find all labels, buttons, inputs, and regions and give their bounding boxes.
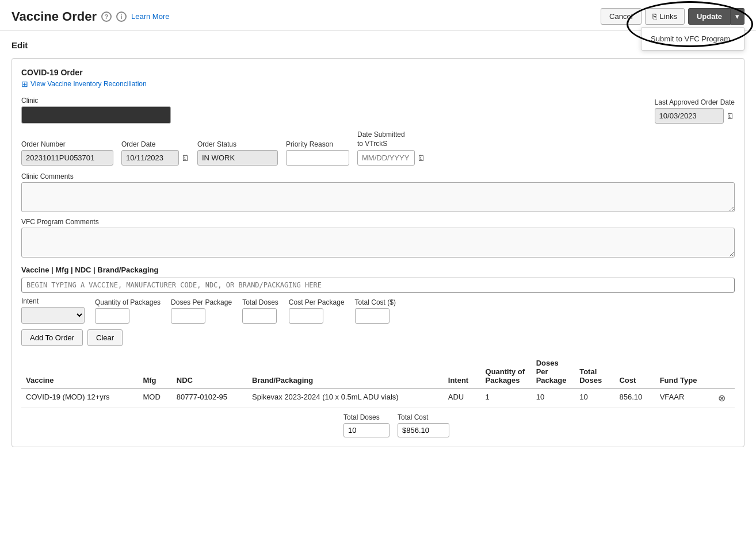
learn-more-link[interactable]: Learn More [131, 12, 169, 21]
page-title: Vaccine Order [12, 9, 97, 24]
vfc-comments-group: VFC Program Comments [21, 218, 735, 258]
clinic-comments-label: Clinic Comments [21, 172, 735, 180]
cell-remove[interactable]: ⊗ [713, 389, 735, 408]
total-cost-add-group: Total Cost ($) [355, 298, 396, 324]
doses-per-pkg-group: Doses Per Package [171, 298, 232, 324]
cost-per-pkg-group: Cost Per Package [289, 298, 345, 324]
cell-vaccine: COVID-19 (MOD) 12+yrs [21, 389, 138, 408]
update-button[interactable]: Update [688, 8, 731, 25]
date-submitted-input[interactable] [357, 150, 415, 166]
total-cost-group: Total Cost [398, 413, 449, 437]
cell-mfg: MOD [138, 389, 171, 408]
cost-per-pkg-label: Cost Per Package [289, 298, 345, 306]
vfc-comments-textarea[interactable] [21, 228, 735, 258]
clinic-input[interactable] [21, 106, 171, 124]
total-cost-add-label: Total Cost ($) [355, 298, 396, 306]
col-total-doses: Total Doses [575, 355, 614, 389]
cancel-button[interactable]: Cancel [601, 8, 641, 25]
priority-reason-group: Priority Reason [286, 140, 349, 166]
last-approved-group: Last Approved Order Date 🗓 [655, 98, 735, 124]
col-cost: Cost [614, 355, 655, 389]
totals-row: Total Doses Total Cost [343, 413, 735, 437]
col-mfg: Mfg [138, 355, 171, 389]
cell-doses-per-pkg: 10 [532, 389, 575, 408]
order-date-group: Order Date 🗓 [121, 140, 189, 166]
cell-qty: 1 [481, 389, 532, 408]
cell-brand: Spikevax 2023-2024 (10 x 0.5mL ADU vials… [247, 389, 444, 408]
date-submitted-calendar-icon[interactable]: 🗓 [417, 153, 425, 163]
col-intent: Intent [444, 355, 481, 389]
order-date-calendar-icon[interactable]: 🗓 [181, 153, 189, 163]
edit-section-label: Edit [12, 40, 744, 50]
form-card: COVID-19 Order ⊞ View Vaccine Inventory … [12, 58, 744, 447]
links-icon: ⎘ [652, 12, 657, 21]
last-approved-input [655, 108, 724, 124]
order-status-label: Order Status [197, 140, 278, 148]
add-to-order-button[interactable]: Add To Order [21, 329, 83, 346]
order-status-input [197, 150, 278, 166]
submit-vfc-item[interactable]: Submit to VFC Program [642, 30, 744, 48]
order-status-group: Order Status [197, 140, 278, 166]
order-number-group: Order Number [21, 140, 113, 166]
intent-qty-row: Intent Quantity of Packages Doses Per Pa… [21, 297, 735, 324]
qty-packages-input[interactable] [95, 308, 129, 324]
cost-per-pkg-input [289, 308, 323, 324]
order-date-label: Order Date [121, 140, 189, 148]
date-submitted-group: Date Submitted to VTrckS 🗓 [357, 130, 425, 166]
total-doses-group: Total Doses [343, 413, 390, 437]
total-cost-value [398, 423, 449, 437]
qty-packages-group: Quantity of Packages [95, 298, 161, 324]
order-date-input [121, 150, 179, 166]
cell-cost: 856.10 [614, 389, 655, 408]
plus-icon: ⊞ [21, 79, 28, 89]
qty-packages-label: Quantity of Packages [95, 298, 161, 306]
date-submitted-label: Date Submitted to VTrckS [357, 130, 425, 148]
update-dropdown-menu: Submit to VFC Program [641, 27, 744, 51]
last-approved-calendar-icon[interactable]: 🗓 [726, 112, 734, 121]
clinic-comments-group: Clinic Comments [21, 172, 735, 212]
order-details-row: Order Number Order Date 🗓 Order Status P… [21, 130, 735, 166]
clear-button[interactable]: Clear [87, 329, 123, 346]
help-icon[interactable]: ? [101, 11, 112, 22]
doses-per-pkg-label: Doses Per Package [171, 298, 232, 306]
table-row: COVID-19 (MOD) 12+yrs MOD 80777-0102-95 … [21, 389, 735, 408]
total-doses-add-label: Total Doses [242, 298, 278, 306]
total-doses-value [343, 423, 390, 437]
col-doses-per-pkg: Doses Per Package [532, 355, 575, 389]
links-button[interactable]: ⎘ Links [645, 8, 685, 25]
update-group: Update ▾ Submit to VFC Program [688, 8, 744, 25]
vaccine-search-input[interactable] [21, 278, 735, 293]
view-reconciliation-link[interactable]: ⊞ View Vaccine Inventory Reconciliation [21, 79, 735, 89]
last-approved-label: Last Approved Order Date [655, 98, 735, 106]
priority-reason-input[interactable] [286, 150, 349, 166]
order-number-label: Order Number [21, 140, 113, 148]
info-icon[interactable]: i [116, 11, 127, 22]
vaccine-section-label: Vaccine | Mfg | NDC | Brand/Packaging [21, 266, 735, 274]
total-doses-add-group: Total Doses [242, 298, 278, 324]
cell-ndc: 80777-0102-95 [172, 389, 247, 408]
total-cost-add-input [355, 308, 390, 324]
clinic-comments-textarea[interactable] [21, 182, 735, 212]
cell-fund-type: VFAAR [655, 389, 714, 408]
page-title-area: Vaccine Order ? i Learn More [12, 9, 169, 24]
col-remove [713, 355, 735, 389]
col-fund-type: Fund Type [655, 355, 714, 389]
intent-group: Intent [21, 297, 85, 324]
order-number-input [21, 150, 113, 166]
order-title: COVID-19 Order [21, 68, 735, 77]
page-content: Edit COVID-19 Order ⊞ View Vaccine Inven… [0, 31, 756, 456]
col-brand: Brand/Packaging [247, 355, 444, 389]
cell-intent: ADU [444, 389, 481, 408]
total-cost-label: Total Cost [398, 413, 449, 421]
clinic-label: Clinic [21, 97, 647, 105]
intent-label: Intent [21, 297, 85, 305]
clinic-group: Clinic [21, 97, 647, 124]
doses-per-pkg-input [171, 308, 205, 324]
header-actions: Cancel ⎘ Links Update ▾ Submit to VFC Pr… [601, 8, 744, 25]
action-buttons: Add To Order Clear [21, 329, 735, 346]
col-ndc: NDC [172, 355, 247, 389]
update-dropdown-arrow[interactable]: ▾ [731, 8, 744, 25]
remove-row-button[interactable]: ⊗ [718, 393, 726, 404]
col-vaccine: Vaccine [21, 355, 138, 389]
intent-select[interactable] [21, 307, 85, 324]
